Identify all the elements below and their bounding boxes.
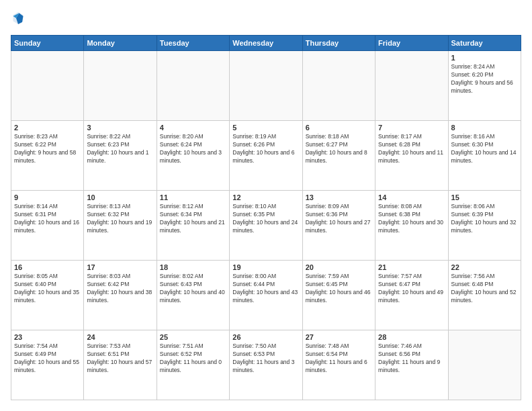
day-cell: 22Sunrise: 7:56 AM Sunset: 6:48 PM Dayli… bbox=[448, 261, 521, 330]
day-info: Sunrise: 7:53 AM Sunset: 6:51 PM Dayligh… bbox=[87, 342, 153, 375]
day-info: Sunrise: 8:19 AM Sunset: 6:26 PM Dayligh… bbox=[232, 133, 299, 165]
weekday-header-saturday: Saturday bbox=[448, 36, 521, 51]
day-number: 1 bbox=[451, 54, 518, 62]
day-info: Sunrise: 8:16 AM Sunset: 6:30 PM Dayligh… bbox=[451, 133, 518, 165]
day-cell: 7Sunrise: 8:17 AM Sunset: 6:28 PM Daylig… bbox=[375, 121, 448, 191]
header bbox=[11, 11, 521, 28]
day-info: Sunrise: 8:24 AM Sunset: 6:20 PM Dayligh… bbox=[451, 63, 518, 95]
weekday-header-friday: Friday bbox=[375, 36, 448, 51]
day-number: 25 bbox=[160, 333, 226, 341]
day-info: Sunrise: 8:03 AM Sunset: 6:42 PM Dayligh… bbox=[87, 273, 153, 305]
day-cell: 6Sunrise: 8:18 AM Sunset: 6:27 PM Daylig… bbox=[302, 121, 375, 191]
day-number: 16 bbox=[14, 263, 81, 271]
day-number: 28 bbox=[378, 333, 445, 341]
day-info: Sunrise: 7:48 AM Sunset: 6:54 PM Dayligh… bbox=[306, 342, 372, 375]
week-row-5: 23Sunrise: 7:54 AM Sunset: 6:49 PM Dayli… bbox=[11, 330, 521, 400]
day-number: 21 bbox=[378, 263, 445, 271]
day-info: Sunrise: 8:22 AM Sunset: 6:23 PM Dayligh… bbox=[87, 133, 153, 165]
day-cell: 21Sunrise: 7:57 AM Sunset: 6:47 PM Dayli… bbox=[375, 261, 448, 330]
day-number: 26 bbox=[232, 333, 299, 341]
logo bbox=[11, 11, 26, 28]
day-cell: 9Sunrise: 8:14 AM Sunset: 6:31 PM Daylig… bbox=[11, 191, 84, 261]
day-number: 13 bbox=[306, 193, 372, 201]
day-info: Sunrise: 7:50 AM Sunset: 6:53 PM Dayligh… bbox=[232, 342, 299, 375]
day-cell: 17Sunrise: 8:03 AM Sunset: 6:42 PM Dayli… bbox=[84, 261, 157, 330]
week-row-1: 1Sunrise: 8:24 AM Sunset: 6:20 PM Daylig… bbox=[11, 51, 521, 121]
day-cell: 27Sunrise: 7:48 AM Sunset: 6:54 PM Dayli… bbox=[302, 330, 375, 400]
day-cell bbox=[84, 51, 157, 121]
day-number: 4 bbox=[160, 124, 226, 132]
logo-icon bbox=[12, 11, 24, 26]
day-number: 6 bbox=[306, 124, 372, 132]
day-info: Sunrise: 8:12 AM Sunset: 6:34 PM Dayligh… bbox=[160, 203, 226, 235]
day-cell: 1Sunrise: 8:24 AM Sunset: 6:20 PM Daylig… bbox=[448, 51, 521, 121]
day-cell: 25Sunrise: 7:51 AM Sunset: 6:52 PM Dayli… bbox=[157, 330, 229, 400]
day-info: Sunrise: 7:54 AM Sunset: 6:49 PM Dayligh… bbox=[14, 342, 81, 375]
day-number: 10 bbox=[87, 193, 153, 201]
day-info: Sunrise: 8:06 AM Sunset: 6:39 PM Dayligh… bbox=[451, 203, 518, 235]
week-row-3: 9Sunrise: 8:14 AM Sunset: 6:31 PM Daylig… bbox=[11, 191, 521, 261]
day-info: Sunrise: 7:56 AM Sunset: 6:48 PM Dayligh… bbox=[451, 273, 518, 305]
day-number: 27 bbox=[306, 333, 372, 341]
day-info: Sunrise: 8:20 AM Sunset: 6:24 PM Dayligh… bbox=[160, 133, 226, 165]
day-info: Sunrise: 7:46 AM Sunset: 6:56 PM Dayligh… bbox=[378, 342, 445, 375]
day-number: 17 bbox=[87, 263, 153, 271]
day-cell: 10Sunrise: 8:13 AM Sunset: 6:32 PM Dayli… bbox=[84, 191, 157, 261]
weekday-header-thursday: Thursday bbox=[302, 36, 375, 51]
day-cell: 3Sunrise: 8:22 AM Sunset: 6:23 PM Daylig… bbox=[84, 121, 157, 191]
day-cell: 5Sunrise: 8:19 AM Sunset: 6:26 PM Daylig… bbox=[230, 121, 302, 191]
day-number: 20 bbox=[306, 263, 372, 271]
day-number: 2 bbox=[14, 124, 81, 132]
day-cell: 18Sunrise: 8:02 AM Sunset: 6:43 PM Dayli… bbox=[157, 261, 229, 330]
day-number: 9 bbox=[14, 193, 81, 201]
week-row-4: 16Sunrise: 8:05 AM Sunset: 6:40 PM Dayli… bbox=[11, 261, 521, 330]
day-cell bbox=[230, 51, 302, 121]
day-cell: 8Sunrise: 8:16 AM Sunset: 6:30 PM Daylig… bbox=[448, 121, 521, 191]
day-info: Sunrise: 8:02 AM Sunset: 6:43 PM Dayligh… bbox=[160, 273, 226, 305]
day-number: 24 bbox=[87, 333, 153, 341]
weekday-header-row: SundayMondayTuesdayWednesdayThursdayFrid… bbox=[11, 36, 521, 51]
day-number: 11 bbox=[160, 193, 226, 201]
weekday-header-wednesday: Wednesday bbox=[230, 36, 302, 51]
day-cell bbox=[448, 330, 521, 400]
day-info: Sunrise: 7:59 AM Sunset: 6:45 PM Dayligh… bbox=[306, 273, 372, 305]
day-info: Sunrise: 8:05 AM Sunset: 6:40 PM Dayligh… bbox=[14, 273, 81, 305]
day-cell: 20Sunrise: 7:59 AM Sunset: 6:45 PM Dayli… bbox=[302, 261, 375, 330]
day-number: 18 bbox=[160, 263, 226, 271]
day-cell: 11Sunrise: 8:12 AM Sunset: 6:34 PM Dayli… bbox=[157, 191, 229, 261]
day-info: Sunrise: 8:09 AM Sunset: 6:36 PM Dayligh… bbox=[306, 203, 372, 235]
weekday-header-tuesday: Tuesday bbox=[157, 36, 229, 51]
day-info: Sunrise: 8:13 AM Sunset: 6:32 PM Dayligh… bbox=[87, 203, 153, 235]
day-number: 23 bbox=[14, 333, 81, 341]
day-cell: 26Sunrise: 7:50 AM Sunset: 6:53 PM Dayli… bbox=[230, 330, 302, 400]
day-info: Sunrise: 7:51 AM Sunset: 6:52 PM Dayligh… bbox=[160, 342, 226, 375]
day-info: Sunrise: 7:57 AM Sunset: 6:47 PM Dayligh… bbox=[378, 273, 445, 305]
day-cell: 28Sunrise: 7:46 AM Sunset: 6:56 PM Dayli… bbox=[375, 330, 448, 400]
day-number: 3 bbox=[87, 124, 153, 132]
day-cell: 12Sunrise: 8:10 AM Sunset: 6:35 PM Dayli… bbox=[230, 191, 302, 261]
day-info: Sunrise: 8:23 AM Sunset: 6:22 PM Dayligh… bbox=[14, 133, 81, 165]
day-number: 15 bbox=[451, 193, 518, 201]
day-number: 22 bbox=[451, 263, 518, 271]
day-info: Sunrise: 8:08 AM Sunset: 6:38 PM Dayligh… bbox=[378, 203, 445, 235]
day-cell: 14Sunrise: 8:08 AM Sunset: 6:38 PM Dayli… bbox=[375, 191, 448, 261]
day-number: 5 bbox=[232, 124, 299, 132]
day-cell bbox=[157, 51, 229, 121]
day-cell: 16Sunrise: 8:05 AM Sunset: 6:40 PM Dayli… bbox=[11, 261, 84, 330]
day-cell: 4Sunrise: 8:20 AM Sunset: 6:24 PM Daylig… bbox=[157, 121, 229, 191]
day-info: Sunrise: 8:00 AM Sunset: 6:44 PM Dayligh… bbox=[232, 273, 299, 305]
day-cell bbox=[11, 51, 84, 121]
day-cell: 15Sunrise: 8:06 AM Sunset: 6:39 PM Dayli… bbox=[448, 191, 521, 261]
day-info: Sunrise: 8:14 AM Sunset: 6:31 PM Dayligh… bbox=[14, 203, 81, 235]
day-number: 12 bbox=[232, 193, 299, 201]
day-cell: 24Sunrise: 7:53 AM Sunset: 6:51 PM Dayli… bbox=[84, 330, 157, 400]
day-number: 19 bbox=[232, 263, 299, 271]
day-info: Sunrise: 8:10 AM Sunset: 6:35 PM Dayligh… bbox=[232, 203, 299, 235]
day-number: 7 bbox=[378, 124, 445, 132]
page: SundayMondayTuesdayWednesdayThursdayFrid… bbox=[0, 0, 532, 411]
day-cell: 23Sunrise: 7:54 AM Sunset: 6:49 PM Dayli… bbox=[11, 330, 84, 400]
day-number: 8 bbox=[451, 124, 518, 132]
day-cell: 13Sunrise: 8:09 AM Sunset: 6:36 PM Dayli… bbox=[302, 191, 375, 261]
day-cell bbox=[302, 51, 375, 121]
weekday-header-monday: Monday bbox=[84, 36, 157, 51]
